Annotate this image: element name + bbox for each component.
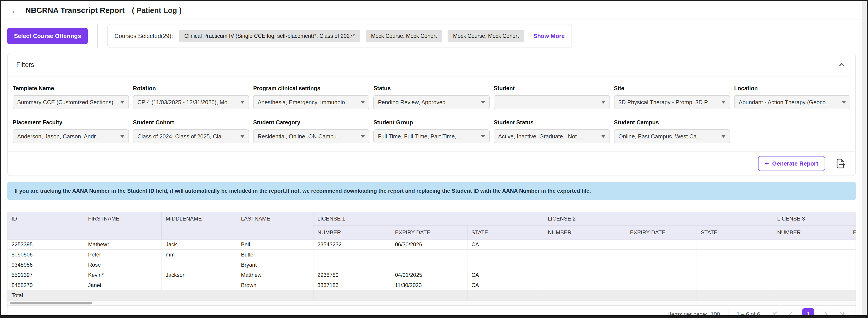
- next-page-button[interactable]: [820, 309, 831, 316]
- filter-label: Student Status: [494, 119, 610, 126]
- chevron-down-icon: [361, 135, 365, 138]
- table-cell: Jackson: [161, 270, 237, 280]
- generate-report-button[interactable]: + Generate Report: [758, 156, 825, 171]
- table-row: 5090506PetermmButler: [7, 250, 856, 260]
- filters-card: Filters Template NameSummary CCE (Custom…: [7, 53, 856, 176]
- show-more-link[interactable]: Show More: [533, 33, 565, 39]
- column-header-id: ID: [7, 212, 84, 240]
- table-cell: Janet: [84, 280, 161, 290]
- table-cell: Jack: [161, 240, 237, 250]
- table-row: 9348956RoseBryant: [7, 260, 856, 270]
- filter-select-rotation[interactable]: CP 4 (11/03/2025 - 12/31/2026), Mo...: [133, 95, 249, 109]
- filter-select-value: Anderson, Jason, Carson, Andr...: [17, 133, 100, 140]
- vertical-scrollbar[interactable]: [862, 1, 867, 315]
- filter-field-location: LocationAbundant - Action Therapy (Geoco…: [734, 85, 850, 109]
- table-cell: [544, 250, 626, 260]
- table-cell: 3837183: [313, 280, 391, 290]
- table-cell: [161, 280, 237, 290]
- paginator-controls: 1: [770, 308, 847, 316]
- table-cell: [626, 270, 696, 280]
- filter-select-site[interactable]: 3D Physical Therapy - Promp, 3D P...: [614, 95, 730, 109]
- table-cell: [696, 250, 773, 260]
- courses-selected-box: Courses Selected(29): Clinical Practicum…: [107, 24, 572, 48]
- filter-select-location[interactable]: Abundant - Action Therapy (Geoco...: [734, 95, 850, 109]
- first-page-button[interactable]: [770, 309, 780, 316]
- filter-select-value: Abundant - Action Therapy (Geoco...: [739, 99, 830, 106]
- back-arrow-icon[interactable]: ←: [10, 6, 20, 15]
- filter-select-student-group[interactable]: Full Time, Full-Time, Part Time, ...: [373, 129, 490, 144]
- table-cell: CA: [467, 270, 544, 280]
- table-cell: [696, 280, 773, 290]
- sub-header-license-2-state: STATE: [696, 226, 773, 240]
- group-header-license-3: LICENSE 3: [773, 212, 856, 226]
- sub-header-license-1-expiry-date: EXPIRY DATE: [391, 226, 467, 240]
- filter-grid: Template NameSummary CCE (Customized Sec…: [8, 76, 855, 151]
- table-cell: [161, 260, 237, 270]
- select-course-offerings-button[interactable]: Select Course Offerings: [7, 28, 88, 44]
- previous-page-button[interactable]: [786, 309, 796, 316]
- table-cell: [696, 270, 773, 280]
- filter-select-value: 3D Physical Therapy - Promp, 3D P...: [619, 99, 712, 106]
- filter-select-value: Pending Review, Approved: [378, 99, 445, 106]
- report-table: IDFIRSTNAMEMIDDLENAMELASTNAMELICENSE 1LI…: [7, 212, 856, 300]
- total-cell: [467, 290, 544, 300]
- items-per-page-select[interactable]: 100: [711, 311, 720, 315]
- filter-field-template-name: Template NameSummary CCE (Customized Sec…: [13, 85, 129, 109]
- table-row: 5501397Kevin*JacksonMatthew293878004/01/…: [7, 270, 856, 280]
- table-cell: [626, 250, 696, 260]
- filter-field-student-cohort: Student CohortClass of 2024, Class of 20…: [133, 119, 249, 144]
- table-cell: [773, 240, 849, 250]
- table-cell: [773, 270, 849, 280]
- table-cell: [544, 270, 626, 280]
- course-chip: Mock Course, Mock Cohort: [447, 30, 524, 42]
- filter-select-student-category[interactable]: Residential, Online, ON Campu...: [253, 129, 369, 144]
- table-cell: CA: [467, 240, 544, 250]
- chevron-down-icon: [240, 135, 245, 138]
- filter-select-value: Anesthesia, Emergency, Immunolo...: [257, 99, 350, 106]
- chevron-down-icon: [361, 101, 365, 104]
- column-header-middlename: MIDDLENAME: [161, 212, 237, 240]
- column-header-lastname: LASTNAME: [237, 212, 313, 240]
- table-cell: Peter: [84, 250, 161, 260]
- total-label: Total: [7, 290, 313, 300]
- chevron-down-icon: [842, 101, 846, 104]
- table-cell: 2938780: [313, 270, 391, 280]
- filter-select-student-campus[interactable]: Online, East Campus, West Ca...: [614, 129, 730, 144]
- report-table-card: IDFIRSTNAMEMIDDLENAMELASTNAMELICENSE 1LI…: [7, 212, 856, 315]
- filter-select-student[interactable]: [494, 95, 610, 109]
- courses-selected-label: Courses Selected(29):: [115, 33, 173, 39]
- chevron-right-icon: [822, 310, 830, 316]
- total-cell: [849, 290, 856, 300]
- filter-select-student-status[interactable]: Active, Inactive, Graduate, -Not ...: [494, 129, 610, 144]
- filter-field-student-category: Student CategoryResidential, Online, ON …: [253, 119, 369, 144]
- page-header: ← NBCRNA Transcript Report ( Patient Log…: [1, 1, 862, 20]
- table-cell: [626, 260, 696, 270]
- paginator-range: 1 – 6 of 6: [737, 311, 760, 315]
- filter-select-student-cohort[interactable]: Class of 2024, Class of 2025, Cla...: [133, 129, 249, 144]
- table-cell: Mathew*: [84, 240, 161, 250]
- filter-select-program-clinical-settings[interactable]: Anesthesia, Emergency, Immunolo...: [253, 95, 369, 109]
- collapse-filters-button[interactable]: [837, 60, 847, 70]
- horizontal-scrollbar: [7, 300, 856, 305]
- filter-select-placement-faculty[interactable]: Anderson, Jason, Carson, Andr...: [13, 129, 129, 144]
- export-report-button[interactable]: [834, 157, 847, 170]
- table-cell: [313, 250, 391, 260]
- table-cell: mm: [161, 250, 237, 260]
- filter-select-template-name[interactable]: Summary CCE (Customized Sections): [13, 95, 129, 109]
- page-number-button[interactable]: 1: [802, 308, 814, 316]
- table-cell: 06/30/2026: [391, 240, 467, 250]
- table-cell: [696, 240, 773, 250]
- filter-select-status[interactable]: Pending Review, Approved: [373, 95, 490, 109]
- horizontal-scrollbar-thumb[interactable]: [10, 302, 92, 305]
- page-title: NBCRNA Transcript Report: [25, 6, 125, 15]
- filter-select-value: Summary CCE (Customized Sections): [17, 99, 113, 106]
- filter-field-status: StatusPending Review, Approved: [373, 85, 490, 109]
- file-export-icon: [835, 158, 846, 169]
- chevron-down-icon: [120, 101, 124, 104]
- filter-field-student-status: Student StatusActive, Inactive, Graduate…: [494, 119, 610, 144]
- chevron-down-icon: [601, 101, 606, 104]
- last-page-button[interactable]: [837, 309, 847, 316]
- filter-label: Student Category: [253, 119, 369, 126]
- table-cell: [544, 240, 626, 250]
- filter-field-student-campus: Student CampusOnline, East Campus, West …: [614, 119, 730, 144]
